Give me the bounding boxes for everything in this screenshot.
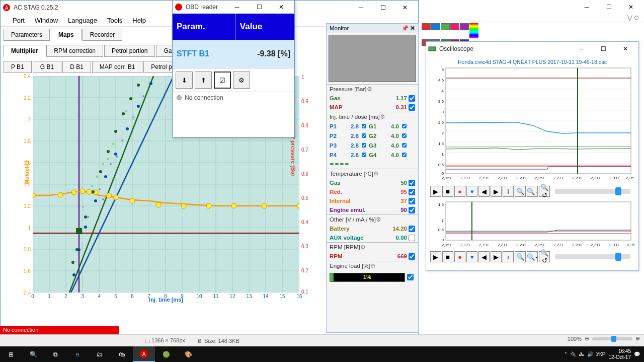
tray-power-icon[interactable]: 🔌 xyxy=(570,351,576,357)
zoom-out-icon[interactable]: 🔍- xyxy=(527,186,538,197)
tray-lang[interactable]: УКР xyxy=(596,351,606,357)
main-max-icon[interactable]: ☐ xyxy=(372,1,394,15)
load-check[interactable] xyxy=(407,274,414,280)
zoom-reset-icon[interactable]: 🔍↺ xyxy=(539,186,550,197)
subtab2-pb1[interactable]: P B1 xyxy=(4,61,32,73)
zoom-icon[interactable]: 🔍 xyxy=(515,186,526,197)
osc-min-icon[interactable]: ─ xyxy=(570,42,592,56)
obd-down-icon[interactable]: ⬇ xyxy=(176,71,193,89)
main-min-icon[interactable]: ─ xyxy=(350,1,372,15)
pin-icon[interactable]: 📌 xyxy=(401,25,409,32)
teng-check[interactable] xyxy=(409,207,415,213)
obd-check-icon[interactable]: ☑ xyxy=(214,71,231,89)
p4-check[interactable] xyxy=(362,152,366,158)
menu-window[interactable]: Window xyxy=(35,17,58,24)
tint-check[interactable] xyxy=(409,198,415,204)
info-icon[interactable]: i xyxy=(503,251,514,262)
obd-min-icon[interactable]: ─ xyxy=(226,0,248,14)
swatch[interactable] xyxy=(441,23,450,30)
prev-icon[interactable]: ◀ xyxy=(478,251,490,262)
gear-icon[interactable]: ⚙ xyxy=(380,113,385,120)
play-icon[interactable]: ▶ xyxy=(430,251,441,262)
zoom-icon[interactable]: 🔍 xyxy=(515,251,526,262)
osc-max-icon[interactable]: ☐ xyxy=(592,42,614,56)
menu-language[interactable]: Language xyxy=(68,17,97,24)
paint-icon[interactable]: 🎨 xyxy=(177,346,199,362)
tray-notif-icon[interactable]: 💬 xyxy=(634,351,640,357)
subtab2-gb1[interactable]: G B1 xyxy=(33,61,61,73)
osc-close-icon[interactable]: ✕ xyxy=(614,42,636,56)
tray-sound-icon[interactable]: 🔊 xyxy=(587,351,593,357)
zoom-out-button[interactable]: ⊖ xyxy=(585,335,589,342)
tray-clock[interactable]: 16:45 12-Oct-17 xyxy=(609,348,631,360)
chrome-icon[interactable]: 🟢 xyxy=(155,346,177,362)
taskview-icon[interactable]: ⧉ xyxy=(44,346,66,362)
search-icon[interactable]: 🔍 xyxy=(22,346,44,362)
gas-check[interactable] xyxy=(409,95,415,102)
record-icon[interactable]: ● xyxy=(454,186,465,197)
bat-check[interactable] xyxy=(409,226,415,232)
stop-icon[interactable]: ■ xyxy=(442,251,453,262)
play-icon[interactable]: ▶ xyxy=(430,186,441,197)
gear-icon[interactable]: ⚙ xyxy=(376,216,381,223)
tab-maps[interactable]: Maps xyxy=(51,29,82,41)
obd-row[interactable]: STFT B1 -9.38 [%] xyxy=(173,40,294,68)
info-icon[interactable]: i xyxy=(503,186,514,197)
main-close-icon[interactable]: ✕ xyxy=(394,1,416,15)
tab-recorder[interactable]: Recorder xyxy=(83,29,122,41)
zoom-reset-icon[interactable]: 🔍↺ xyxy=(539,251,550,262)
g1-check[interactable] xyxy=(402,123,407,129)
subtab-multiplier[interactable]: Multiplier xyxy=(4,45,45,57)
p2-check[interactable] xyxy=(362,132,366,139)
rpm-check[interactable] xyxy=(409,253,415,260)
tray-up-icon[interactable]: ˄ xyxy=(565,351,567,357)
obd-close-icon[interactable]: ✕ xyxy=(270,0,292,14)
subtab-petrol[interactable]: Petrol portion xyxy=(104,45,155,57)
menu-help[interactable]: Help xyxy=(132,17,146,24)
record-icon[interactable]: ● xyxy=(454,251,465,262)
rainbow-swatch[interactable] xyxy=(469,23,478,38)
subtab-rpm[interactable]: RPM correction xyxy=(46,45,103,57)
p3-check[interactable] xyxy=(362,142,366,149)
gear-icon[interactable]: ⚙ xyxy=(360,244,366,251)
obd-gear-icon[interactable]: ⚙ xyxy=(233,71,250,89)
next-icon[interactable]: ▶ xyxy=(491,186,502,197)
monitor-close-icon[interactable]: ✕ xyxy=(410,25,415,32)
p1-check[interactable] xyxy=(362,123,366,129)
stop-icon[interactable]: ■ xyxy=(442,186,453,197)
zoom-in-button[interactable]: ⊕ xyxy=(635,335,640,342)
gear-icon[interactable]: ⚙ xyxy=(373,170,379,177)
map-check[interactable] xyxy=(409,104,415,111)
flag-icon[interactable]: ▾ xyxy=(466,186,477,197)
g4-check[interactable] xyxy=(402,152,407,158)
g3-check[interactable] xyxy=(402,142,407,149)
tray-network-icon[interactable]: 🖧 xyxy=(579,351,584,357)
start-button[interactable]: ⊞ xyxy=(0,346,22,362)
obd-up-icon[interactable]: ⬆ xyxy=(195,71,212,89)
flag-icon[interactable]: ▾ xyxy=(466,251,477,262)
swatch[interactable] xyxy=(422,23,431,30)
next-icon[interactable]: ▶ xyxy=(491,251,502,262)
osc-slider-1[interactable] xyxy=(555,189,630,194)
zoom-control[interactable]: 100% ⊖ ⊕ xyxy=(568,335,640,342)
tab-parameters[interactable]: Parameters xyxy=(4,29,50,41)
menu-tools[interactable]: Tools xyxy=(107,17,122,24)
subtab2-db1[interactable]: D B1 xyxy=(62,61,91,73)
osc-slider-2[interactable] xyxy=(555,254,630,259)
g2-check[interactable] xyxy=(402,132,407,139)
store-icon[interactable]: 🛍 xyxy=(111,346,133,362)
bg-max[interactable]: ☐ xyxy=(598,0,620,14)
menu-port[interactable]: Port xyxy=(13,17,25,24)
obd-max-icon[interactable]: ☐ xyxy=(248,0,270,14)
aux-check[interactable] xyxy=(409,235,415,241)
swatch[interactable] xyxy=(431,23,440,30)
swatch[interactable] xyxy=(460,23,469,30)
prev-icon[interactable]: ◀ xyxy=(478,186,490,197)
swatch[interactable] xyxy=(450,23,459,30)
bg-min[interactable]: ─ xyxy=(576,0,598,14)
tgas-check[interactable] xyxy=(409,180,415,186)
acstag-icon[interactable]: A xyxy=(133,346,155,362)
subtab2-mapcorr[interactable]: MAP corr. B1 xyxy=(92,61,142,73)
bg-close[interactable]: ✕ xyxy=(620,0,642,14)
edge-icon[interactable]: e xyxy=(66,346,89,362)
